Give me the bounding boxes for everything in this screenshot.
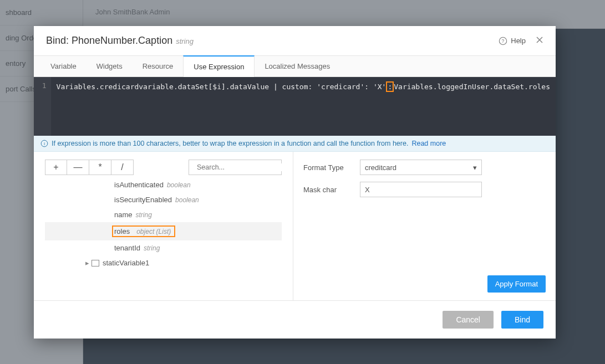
variable-tree[interactable]: isAuthenticatedboolean isSecurityEnabled…: [45, 182, 282, 297]
tab-resource[interactable]: Resource: [133, 56, 184, 76]
info-bar: i If expression is more than 100 charact…: [34, 136, 556, 152]
bind-dialog: Bind: PhoneNumber.Captionstring ? Help V…: [34, 26, 556, 339]
editor-gutter: 1: [34, 77, 51, 136]
tabs: Variable Widgets Resource Use Expression…: [34, 55, 556, 77]
chevron-down-icon: ▾: [473, 163, 477, 172]
cursor-highlight: :: [386, 81, 394, 92]
mask-char-input[interactable]: X: [360, 182, 482, 197]
help-icon: ?: [499, 37, 507, 45]
op-multiply-button[interactable]: *: [89, 160, 111, 175]
format-type-label: Format Type: [303, 163, 350, 172]
tree-node-selected[interactable]: rolesobject (List): [45, 222, 282, 240]
tree-node[interactable]: isSecurityEnabledboolean: [45, 192, 282, 207]
op-minus-button[interactable]: —: [67, 160, 89, 175]
tab-widgets[interactable]: Widgets: [87, 56, 133, 76]
bind-button[interactable]: Bind: [501, 311, 543, 329]
tree-node[interactable]: namestring: [45, 207, 282, 222]
selection-highlight: rolesobject (List): [112, 225, 175, 237]
format-type-select[interactable]: creditcard ▾: [360, 160, 482, 175]
editor-code[interactable]: Variables.credicardvariable.dataSet[$i].…: [51, 77, 556, 136]
svg-text:?: ?: [502, 38, 505, 44]
tree-node[interactable]: isAuthenticatedboolean: [45, 182, 282, 192]
variable-icon: [91, 260, 99, 266]
close-icon: [536, 36, 543, 44]
close-button[interactable]: [536, 36, 543, 45]
chevron-right-icon[interactable]: ▸: [83, 259, 91, 267]
dialog-title: Bind: PhoneNumber.Captionstring: [46, 35, 194, 47]
cancel-button[interactable]: Cancel: [443, 311, 494, 329]
tab-use-expression[interactable]: Use Expression: [183, 55, 255, 77]
tab-variable[interactable]: Variable: [40, 56, 87, 76]
expression-editor[interactable]: 1 Variables.credicardvariable.dataSet[$i…: [34, 77, 556, 136]
search-input[interactable]: [189, 160, 282, 175]
op-plus-button[interactable]: +: [45, 160, 67, 175]
dialog-title-type: string: [176, 37, 194, 45]
info-icon: i: [40, 140, 48, 147]
read-more-link[interactable]: Read more: [411, 140, 446, 147]
mask-char-label: Mask char: [303, 186, 350, 194]
svg-text:i: i: [44, 141, 45, 146]
op-divide-button[interactable]: /: [111, 160, 134, 175]
tree-node[interactable]: ▸ staticVariable1: [45, 255, 282, 270]
help-button[interactable]: ? Help: [499, 37, 526, 45]
tab-localized-messages[interactable]: Localized Messages: [255, 56, 340, 76]
tree-node[interactable]: tenantIdstring: [45, 240, 282, 255]
apply-format-button[interactable]: Apply Format: [487, 275, 546, 293]
